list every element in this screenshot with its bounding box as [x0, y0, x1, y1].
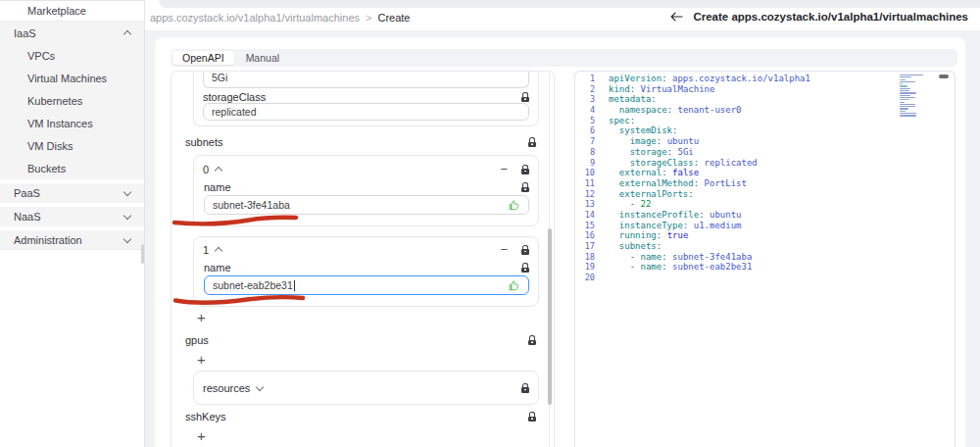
lock-icon[interactable]: [520, 383, 529, 393]
code-line: 11 externalMethod: PortList: [575, 178, 955, 189]
subnet-item-0-index: 0: [203, 164, 209, 175]
lock-icon[interactable]: [520, 263, 529, 273]
storage-field-value: 5Gi: [212, 72, 227, 83]
sidebar-item-kubernetes[interactable]: Kubernetes: [0, 89, 144, 112]
storage-field[interactable]: 5Gi: [203, 72, 529, 88]
tab-openapi[interactable]: OpenAPI: [172, 51, 234, 65]
code-lines: 1apiVersion: apps.cozystack.io/v1alpha12…: [575, 74, 955, 283]
lock-icon[interactable]: [527, 335, 536, 345]
add-subnet-button[interactable]: +: [197, 310, 206, 324]
sidebar-item-naas[interactable]: NaaS: [0, 207, 144, 226]
line-number: 6: [575, 125, 595, 136]
subnet-item-1-index: 1: [203, 244, 209, 256]
sidebar-item-vm-instances[interactable]: VM Instances: [0, 112, 144, 134]
line-number: 20: [575, 273, 595, 283]
code-line: 15 instanceType: u1.medium: [575, 221, 955, 231]
line-number: 19: [575, 262, 595, 273]
subnets-header: subnets: [185, 136, 536, 148]
remove-item-icon[interactable]: −: [500, 243, 508, 256]
sidebar-menu: MarketplaceIaaSVPCsVirtual MachinesKuber…: [0, 1, 144, 250]
line-number: 8: [575, 147, 595, 158]
back-arrow-icon[interactable]: [670, 12, 683, 22]
sidebar-scrollbar-thumb[interactable]: [141, 244, 144, 264]
code-line: 10 external: false: [575, 168, 955, 178]
sidebar-item-marketplace[interactable]: Marketplace: [0, 1, 144, 22]
sidebar-item-administration[interactable]: Administration: [0, 230, 144, 250]
code-line: 5spec:: [575, 116, 955, 126]
chevron-down-icon: [256, 382, 264, 390]
form-scrollbar-thumb[interactable]: [548, 228, 552, 405]
subnets-label: subnets: [185, 136, 223, 148]
resources-label: resources: [203, 382, 250, 394]
sshkeys-header: sshKeys: [185, 411, 536, 422]
subnet-item-0-header[interactable]: 0 −: [203, 163, 529, 175]
line-number: 17: [575, 241, 595, 252]
lock-icon[interactable]: [520, 182, 529, 192]
tab-bar: OpenAPI Manual: [171, 49, 957, 67]
minimap-slider[interactable]: [939, 74, 949, 78]
line-number: 1: [575, 74, 595, 84]
code-line: 7 image: ubuntu: [575, 136, 955, 147]
sidebar-item-label: VM Instances: [27, 118, 93, 129]
sidebar-item-label: VM Disks: [27, 140, 73, 152]
code-line: 2kind: VirtualMachine: [575, 84, 955, 95]
sidebar-item-label: VPCs: [27, 50, 55, 62]
code-line: 3metadata:: [575, 94, 955, 105]
subnet-0-name-label: name: [204, 181, 231, 193]
thumbs-up-icon[interactable]: [508, 279, 520, 292]
breadcrumb-path[interactable]: apps.cozystack.io/v1alpha1/virtualmachin…: [150, 12, 360, 24]
subnet-0-name-field[interactable]: subnet-3fe41aba: [204, 195, 529, 215]
thumbs-up-icon[interactable]: [508, 199, 520, 212]
line-number: 16: [575, 230, 595, 241]
sidebar-item-virtual-machines[interactable]: Virtual Machines: [0, 67, 144, 89]
sidebar-item-label: IaaS: [14, 27, 36, 39]
sidebar-item-vm-disks[interactable]: VM Disks: [0, 134, 144, 157]
chevron-up-icon: [123, 30, 131, 38]
top-strip: [159, 0, 980, 8]
sshkeys-label: sshKeys: [185, 411, 226, 422]
code-line: 1apiVersion: apps.cozystack.io/v1alpha1: [575, 74, 955, 84]
code-line: 18 - name: subnet-3fe41aba: [575, 252, 955, 263]
add-sshkey-button[interactable]: +: [197, 428, 206, 443]
sidebar-item-vpcs[interactable]: VPCs: [0, 44, 144, 67]
tab-manual[interactable]: Manual: [234, 51, 291, 65]
yaml-editor[interactable]: 1apiVersion: apps.cozystack.io/v1alpha12…: [574, 71, 956, 447]
sidebar-item-label: Kubernetes: [27, 95, 82, 107]
sidebar-item-iaas[interactable]: IaaS: [0, 22, 144, 44]
line-number: 5: [575, 116, 595, 126]
sidebar-item-label: Buckets: [27, 163, 66, 174]
line-number: 14: [575, 210, 595, 221]
code-line: 20: [575, 273, 955, 283]
lock-icon[interactable]: [520, 245, 529, 255]
storage-class-field[interactable]: replicated: [203, 103, 529, 121]
lock-icon[interactable]: [520, 165, 529, 174]
code-line: 8 storage: 5Gi: [575, 147, 955, 158]
add-gpu-button[interactable]: +: [197, 352, 206, 367]
code-line: 4 namespace: tenant-user0: [575, 105, 955, 116]
subnet-1-name-field[interactable]: subnet-eab2be31: [204, 275, 529, 295]
lock-icon[interactable]: [520, 92, 529, 102]
line-number: 3: [575, 94, 595, 105]
remove-item-icon[interactable]: −: [500, 163, 508, 175]
lock-icon[interactable]: [527, 412, 536, 422]
page-title: Create apps.cozystack.io/v1alpha1/virtua…: [693, 11, 968, 23]
sidebar-item-label: Virtual Machines: [27, 73, 107, 84]
sidebar-item-paas[interactable]: PaaS: [0, 183, 144, 203]
code-line: 14 instanceProfile: ubuntu: [575, 210, 955, 221]
form-panel: 5Gi storageClass replicated subnets 0 − …: [171, 71, 555, 447]
breadcrumb: apps.cozystack.io/v1alpha1/virtualmachin…: [150, 12, 410, 24]
sidebar-item-buckets[interactable]: Buckets: [0, 157, 144, 179]
code-line: 17 subnets:: [575, 241, 955, 252]
line-number: 18: [575, 252, 595, 263]
code-line: 12 externalPorts:: [575, 189, 955, 200]
sidebar-item-label: Administration: [14, 234, 82, 246]
storage-class-value: replicated: [212, 106, 257, 118]
subnet-item-1-header[interactable]: 1 −: [203, 243, 529, 256]
resources-card[interactable]: resources: [193, 371, 539, 405]
minimap[interactable]: [900, 74, 929, 120]
sidebar: MarketplaceIaaSVPCsVirtual MachinesKuber…: [0, 0, 145, 447]
code-line: 6 systemDisk:: [575, 125, 955, 136]
lock-icon[interactable]: [527, 137, 536, 147]
subnet-1-name-label: name: [204, 262, 231, 273]
subnet-0-name-value: subnet-3fe41aba: [213, 199, 290, 211]
